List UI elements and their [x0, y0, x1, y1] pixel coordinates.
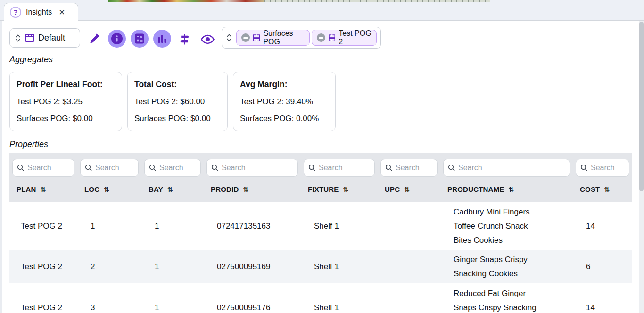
column-header-productname[interactable]: PRODUCTNAME⇅ [440, 177, 573, 202]
cell-fixture: Shelf 1 [301, 250, 378, 283]
card-value-line: Test POG 2: 39.40% [240, 93, 327, 110]
tab-title: Insights [26, 8, 52, 16]
column-header-plan[interactable]: PLAN⇅ [9, 177, 77, 202]
sort-icon[interactable]: ⇅ [604, 186, 610, 193]
column-header-prodid[interactable]: PRODID⇅ [204, 177, 301, 202]
search-field-plan[interactable] [12, 159, 74, 177]
bar-chart-icon [157, 33, 168, 44]
vertical-scrollbar[interactable] [639, 21, 644, 313]
cell-upc [378, 250, 440, 283]
search-icon [149, 164, 157, 172]
visibility-button[interactable] [201, 34, 215, 46]
info-button[interactable] [108, 30, 126, 48]
help-icon[interactable]: ? [10, 7, 21, 18]
cell-loc: 1 [77, 202, 141, 250]
card-title: Avg Margin: [240, 80, 327, 90]
search-input[interactable] [206, 159, 298, 177]
search-icon [580, 164, 588, 172]
properties-section-label: Properties [9, 140, 48, 149]
search-field-fixture[interactable] [304, 159, 375, 177]
card-avg-margin: Avg Margin: Test POG 2: 39.40% Surfaces … [233, 72, 336, 131]
table-row[interactable]: Test POG 2 2 1 027500095169 Shelf 1 Ging… [9, 250, 632, 283]
chip-label: Surfaces POG [263, 29, 305, 46]
search-icon [385, 164, 393, 172]
column-header-fixture[interactable]: FIXTURE⇅ [301, 177, 378, 202]
cell-cost: 14 [573, 202, 632, 250]
close-icon[interactable]: ✕ [58, 8, 65, 17]
remove-chip-icon[interactable] [241, 33, 250, 42]
tab-insights[interactable]: ? Insights ✕ [4, 3, 78, 21]
insights-panel: ? Insights ✕ Default [0, 0, 644, 313]
search-field-prodid[interactable] [206, 159, 298, 177]
plan-filter-box[interactable]: Surfaces POG Test POG 2 [222, 27, 381, 49]
cell-fixture: Shelf 1 [301, 202, 378, 250]
column-header-loc[interactable]: LOC⇅ [77, 177, 141, 202]
chip-surfaces-pog[interactable]: Surfaces POG [236, 30, 310, 46]
column-header-upc[interactable]: UPC⇅ [378, 177, 440, 202]
cell-bay: 1 [141, 250, 204, 283]
aggregate-cards: Profit Per Lineal Foot: Test POG 2: $3.2… [9, 72, 336, 131]
search-input[interactable] [443, 159, 570, 177]
sort-icon[interactable]: ⇅ [509, 186, 514, 193]
cell-cost: 14 [573, 283, 632, 313]
sort-icon[interactable]: ⇅ [404, 186, 410, 193]
card-value-line: Test POG 2: $60.00 [134, 93, 219, 110]
cell-loc: 3 [77, 283, 141, 313]
search-icon [448, 164, 455, 172]
table-row[interactable]: Test POG 2 3 1 027500095176 Shelf 1 Redu… [9, 283, 632, 313]
search-field-cost[interactable] [576, 159, 629, 177]
chart-button[interactable] [153, 30, 171, 48]
cell-upc [378, 202, 440, 250]
cell-bay: 1 [141, 202, 204, 250]
info-icon [111, 33, 123, 45]
search-field-loc[interactable] [80, 159, 139, 177]
cell-prodid: 072417135163 [204, 202, 301, 250]
search-icon [211, 164, 219, 172]
insights-toolbar: Default [0, 21, 644, 52]
chip-test-pog-2[interactable]: Test POG 2 [312, 30, 377, 46]
cell-loc: 2 [77, 250, 141, 283]
card-total-cost: Total Cost: Test POG 2: $60.00 Surfaces … [127, 72, 228, 131]
cell-productname: Reduced Fat Ginger Snaps Crispy Snacking… [440, 283, 573, 313]
scrollbar-thumb[interactable] [639, 22, 644, 191]
cell-productname: Ginger Snaps Crispy Snacking Cookies [440, 250, 573, 283]
planogram-icon [253, 34, 260, 42]
sort-icon[interactable]: ⇅ [243, 186, 249, 193]
highlights-button[interactable] [179, 33, 190, 47]
table-view-icon [25, 34, 34, 42]
cell-fixture: Shelf 1 [301, 283, 378, 313]
search-row [9, 159, 632, 177]
pencil-icon [89, 33, 100, 45]
cell-productname: Cadbury Mini Fingers Toffee Crunch Snack… [440, 202, 573, 250]
view-selector-label: Default [38, 33, 65, 43]
search-icon [85, 164, 92, 172]
cell-upc [378, 283, 440, 313]
card-title: Profit Per Lineal Foot: [17, 80, 113, 90]
sort-icon[interactable]: ⇅ [167, 186, 173, 193]
cell-plan: Test POG 2 [9, 283, 77, 313]
column-header-cost[interactable]: COST⇅ [573, 177, 632, 202]
calculator-button[interactable] [131, 30, 149, 48]
card-value-line: Surfaces POG: $0.00 [17, 110, 113, 127]
sort-icon[interactable]: ⇅ [343, 186, 349, 193]
edit-button[interactable] [89, 33, 100, 46]
card-title: Total Cost: [134, 80, 219, 90]
aggregates-section-label: Aggregates [9, 55, 53, 65]
search-field-productname[interactable] [443, 159, 570, 177]
column-header-bay[interactable]: BAY⇅ [141, 177, 204, 202]
view-selector-dropdown[interactable]: Default [9, 28, 80, 48]
eye-icon [201, 34, 215, 44]
table-row[interactable]: Test POG 2 1 1 072417135163 Shelf 1 Cadb… [9, 202, 632, 250]
card-value-line: Surfaces POG: 0.00% [240, 110, 327, 127]
search-field-bay[interactable] [144, 159, 201, 177]
search-icon [308, 164, 316, 172]
unfold-icon [226, 33, 232, 42]
remove-chip-icon[interactable] [317, 33, 325, 42]
column-header-row: PLAN⇅ LOC⇅ BAY⇅ PRODID⇅ FIXTURE⇅ UPC⇅ PR… [9, 177, 632, 202]
search-field-upc[interactable] [380, 159, 438, 177]
planogram-icon [329, 34, 335, 42]
cell-plan: Test POG 2 [9, 250, 77, 283]
card-value-line: Test POG 2: $3.25 [17, 93, 113, 110]
sort-icon[interactable]: ⇅ [104, 186, 109, 193]
sort-icon[interactable]: ⇅ [41, 186, 46, 193]
